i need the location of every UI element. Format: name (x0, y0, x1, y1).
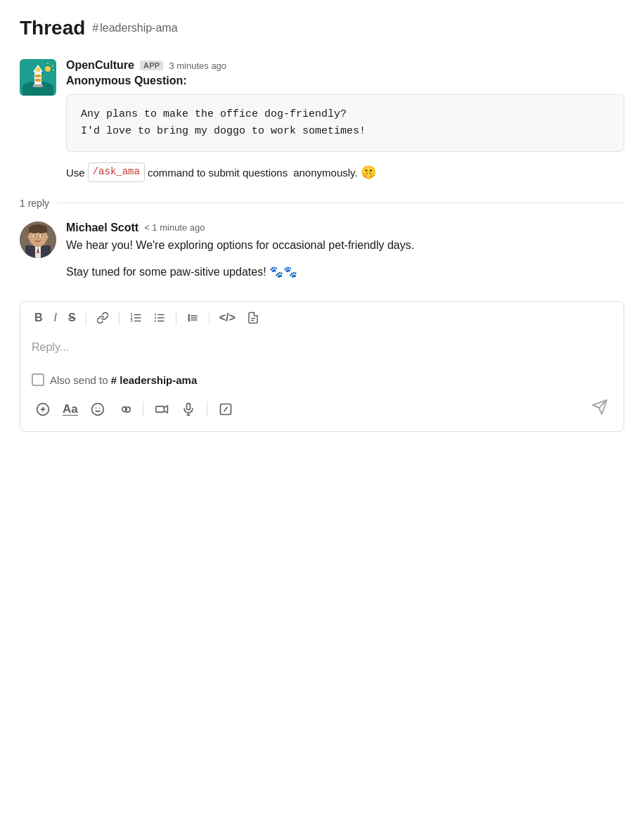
svg-point-36 (155, 314, 156, 316)
composer-actions: Aa (20, 392, 624, 431)
shush-emoji: 🤫 (361, 165, 376, 179)
bold-button[interactable]: B (30, 309, 47, 327)
plus-icon (36, 402, 50, 416)
command-suffix-2: anonymously. 🤫 (293, 162, 376, 184)
toolbar-separator-4 (209, 311, 210, 325)
svg-point-49 (95, 408, 96, 409)
composer-placeholder[interactable]: Reply... (32, 341, 612, 354)
message-label: Anonymous Question: (66, 75, 624, 87)
svg-point-8 (45, 66, 51, 72)
michael-reply-content: Michael Scott < 1 minute ago We hear you… (66, 222, 624, 282)
openculture-message-content: OpenCulture APP 3 minutes ago Anonymous … (66, 59, 624, 184)
reply-count: 1 reply (20, 198, 49, 209)
composer-body[interactable]: Reply... (20, 334, 624, 369)
svg-rect-19 (29, 229, 47, 233)
michael-timestamp: < 1 minute ago (144, 222, 205, 233)
svg-point-24 (37, 236, 39, 238)
mic-button[interactable] (176, 398, 201, 421)
video-icon (155, 402, 169, 416)
format-aa-label: Aa (63, 402, 78, 416)
svg-point-48 (91, 404, 103, 416)
ordered-list-icon: 1 2 3 (129, 312, 142, 324)
thread-header: Thread #leadership-ama (20, 17, 624, 39)
reply-divider: 1 reply (20, 198, 624, 209)
toolbar-separator-1 (86, 311, 86, 325)
michael-meta: Michael Scott < 1 minute ago (66, 222, 624, 234)
video-button[interactable] (149, 398, 174, 421)
command-prefix: Use (66, 164, 85, 182)
thread-title: Thread (20, 17, 85, 39)
send-icon (591, 399, 608, 416)
svg-point-50 (98, 408, 100, 409)
svg-rect-53 (186, 404, 190, 410)
command-line: Use /ask_ama command to submit questions… (66, 162, 624, 184)
emoji-button[interactable] (85, 398, 110, 421)
channel-name: #leadership-ama (92, 22, 177, 34)
svg-line-10 (52, 65, 53, 66)
svg-rect-7 (33, 84, 43, 87)
svg-text:3: 3 (130, 319, 132, 323)
composer: B I S 1 2 3 (20, 301, 624, 432)
unordered-list-button[interactable] (149, 309, 170, 327)
quote-box: Any plans to make the office dog-friendl… (66, 94, 624, 152)
action-separator-1 (143, 402, 143, 417)
mic-icon (181, 402, 195, 416)
michael-reply-text-1: We hear you! We're exploring options for… (66, 237, 624, 255)
svg-rect-4 (35, 75, 41, 77)
send-to-channel: # leadership-ama (111, 374, 198, 386)
michael-avatar-svg (20, 222, 56, 258)
toolbar-separator-3 (176, 311, 176, 325)
toolbar-separator-2 (119, 311, 120, 325)
send-to-row: Also send to # leadership-ama (32, 373, 612, 386)
send-to-text: Also send to # leadership-ama (50, 374, 197, 386)
openculture-avatar-svg (20, 59, 56, 96)
divider-line (58, 203, 624, 203)
unordered-list-icon (153, 312, 166, 324)
quote-text: Any plans to make the office dog-friendl… (81, 108, 366, 137)
svg-point-23 (41, 234, 42, 236)
svg-point-38 (155, 321, 156, 322)
svg-point-6 (36, 68, 40, 72)
add-button[interactable] (30, 398, 56, 421)
svg-rect-52 (155, 406, 164, 412)
michael-avatar (20, 222, 56, 258)
blockquote-icon (186, 312, 199, 324)
emoji-icon (91, 402, 105, 416)
strikethrough-button[interactable]: S (64, 309, 80, 327)
svg-point-25 (28, 235, 31, 239)
message-meta: OpenCulture APP 3 minutes ago (66, 59, 624, 72)
composer-toolbar: B I S 1 2 3 (20, 302, 624, 334)
code-button[interactable]: </> (215, 309, 240, 327)
send-to-row-container: Also send to # leadership-ama (20, 369, 624, 392)
command-suffix: command to submit questions (148, 164, 288, 182)
svg-point-26 (46, 235, 49, 239)
app-badge: APP (140, 60, 164, 70)
sender-name: OpenCulture (66, 59, 134, 72)
timestamp: 3 minutes ago (169, 60, 226, 71)
at-icon (117, 402, 131, 416)
svg-point-37 (155, 317, 156, 319)
blockquote-button[interactable] (182, 309, 203, 327)
command-code: /ask_ama (88, 162, 145, 182)
michael-reply: Michael Scott < 1 minute ago We hear you… (20, 222, 624, 282)
italic-button[interactable]: I (50, 309, 61, 327)
svg-line-57 (224, 407, 227, 412)
send-to-checkbox[interactable] (32, 373, 44, 386)
send-button[interactable] (586, 396, 614, 423)
attachment-button[interactable] (243, 309, 264, 327)
openculture-message: OpenCulture APP 3 minutes ago Anonymous … (20, 59, 624, 184)
ordered-list-button[interactable]: 1 2 3 (125, 309, 146, 327)
michael-sender-name: Michael Scott (66, 222, 139, 234)
link-icon (96, 312, 109, 324)
channel-hash-icon: # (92, 22, 98, 34)
format-button[interactable]: Aa (57, 398, 84, 421)
mention-button[interactable] (112, 398, 137, 421)
action-separator-2 (207, 402, 207, 417)
avatar (20, 59, 56, 96)
attachment-icon (247, 312, 259, 324)
link-button[interactable] (92, 309, 113, 327)
slash-icon (219, 402, 233, 416)
michael-reply-text-2: Stay tuned for some paw-sitive updates! … (66, 264, 624, 281)
slash-button[interactable] (213, 398, 238, 421)
svg-rect-3 (35, 79, 41, 82)
